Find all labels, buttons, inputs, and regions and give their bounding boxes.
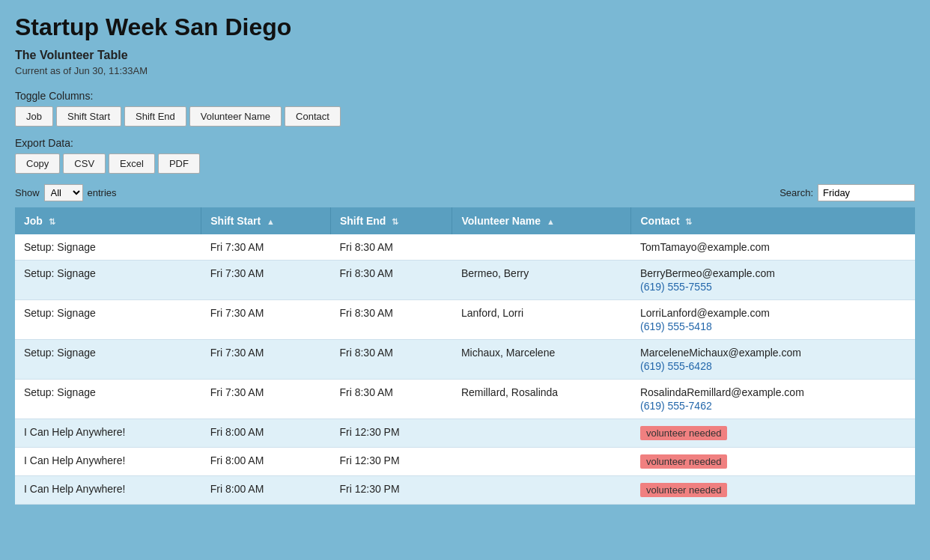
cell-shift-start: Fri 7:30 AM [201,300,331,340]
table-row: I Can Help Anywhere!Fri 8:00 AMFri 12:30… [15,476,915,505]
table-row: Setup: SignageFri 7:30 AMFri 8:30 AMLanf… [15,300,915,340]
cell-volunteer-name: Bermeo, Berry [452,261,631,300]
cell-shift-start: Fri 8:00 AM [201,476,331,505]
show-label: Show [15,187,40,198]
cell-shift-end: Fri 12:30 PM [330,419,452,448]
cell-contact: TomTamayo@example.com [631,234,915,261]
sort-contact-icon: ⇅ [685,217,692,226]
table-header-row: Job ⇅ Shift Start ▲ Shift End ⇅ Voluntee… [15,207,915,234]
table-row: Setup: SignageFri 7:30 AMFri 8:30 AMRemi… [15,380,915,419]
cell-shift-start: Fri 8:00 AM [201,419,331,448]
cell-volunteer-name: Remillard, Rosalinda [452,380,631,419]
sort-volunteer-name-icon: ▲ [547,217,555,226]
cell-job: Setup: Signage [15,300,201,340]
contact-cell: TomTamayo@example.com [640,241,906,253]
col-shift-end[interactable]: Shift End ⇅ [330,207,452,234]
cell-volunteer-name: Lanford, Lorri [452,300,631,340]
show-entries-control: Show All 10 25 50 100 entries [15,184,117,201]
search-input[interactable] [818,184,915,201]
cell-shift-end: Fri 8:30 AM [330,340,452,380]
cell-volunteer-name [452,234,631,261]
subtitle: Current as of Jun 30, 11:33AM [15,65,915,76]
pdf-button[interactable]: PDF [158,153,200,174]
contact-cell: MarceleneMichaux@example.com(619) 555-64… [640,347,906,372]
cell-shift-end: Fri 8:30 AM [330,234,452,261]
cell-shift-end: Fri 8:30 AM [330,300,452,340]
contact-cell: RosalindaRemillard@example.com(619) 555-… [640,386,906,412]
col-shift-start-label: Shift Start [210,215,261,227]
contact-phone[interactable]: (619) 555-7555 [640,281,906,293]
entries-label: entries [88,187,117,198]
col-contact[interactable]: Contact ⇅ [631,207,915,234]
toggle-shift-end-button[interactable]: Shift End [124,106,186,127]
col-job[interactable]: Job ⇅ [15,207,201,234]
col-volunteer-name[interactable]: Volunteer Name ▲ [452,207,631,234]
cell-contact: volunteer needed [631,419,915,448]
search-label: Search: [779,187,813,198]
contact-phone[interactable]: (619) 555-7462 [640,400,906,412]
contact-email: RosalindaRemillard@example.com [640,386,906,398]
table-row: Setup: SignageFri 7:30 AMFri 8:30 AMTomT… [15,234,915,261]
sort-shift-end-icon: ⇅ [392,217,398,226]
cell-job: Setup: Signage [15,234,201,261]
cell-shift-start: Fri 7:30 AM [201,261,331,300]
toggle-columns-label: Toggle Columns: [15,90,915,102]
table-title: The Volunteer Table [15,49,915,62]
contact-email: LorriLanford@example.com [640,307,906,319]
cell-contact: LorriLanford@example.com(619) 555-5418 [631,300,915,340]
page-title: Startup Week San Diego [15,13,915,41]
col-shift-end-label: Shift End [340,215,386,227]
cell-contact: BerryBermeo@example.com(619) 555-7555 [631,261,915,300]
copy-button[interactable]: Copy [15,153,60,174]
cell-contact: volunteer needed [631,448,915,476]
contact-cell: LorriLanford@example.com(619) 555-5418 [640,307,906,332]
table-row: Setup: SignageFri 7:30 AMFri 8:30 AMMich… [15,340,915,380]
cell-volunteer-name: Michaux, Marcelene [452,340,631,380]
contact-cell: BerryBermeo@example.com(619) 555-7555 [640,267,906,293]
cell-job: I Can Help Anywhere! [15,419,201,448]
col-job-label: Job [24,215,43,227]
cell-job: Setup: Signage [15,261,201,300]
contact-phone[interactable]: (619) 555-5418 [640,320,906,332]
export-buttons-group: Copy CSV Excel PDF [15,153,915,174]
col-shift-start[interactable]: Shift Start ▲ [201,207,331,234]
toggle-contact-button[interactable]: Contact [285,106,341,127]
col-volunteer-name-label: Volunteer Name [461,215,541,227]
search-control: Search: [779,184,915,201]
cell-contact: volunteer needed [631,476,915,505]
cell-shift-start: Fri 7:30 AM [201,380,331,419]
table-row: I Can Help Anywhere!Fri 8:00 AMFri 12:30… [15,419,915,448]
cell-shift-end: Fri 12:30 PM [330,476,452,505]
cell-shift-end: Fri 8:30 AM [330,380,452,419]
volunteer-table: Job ⇅ Shift Start ▲ Shift End ⇅ Voluntee… [15,207,915,505]
cell-job: Setup: Signage [15,380,201,419]
contact-email: MarceleneMichaux@example.com [640,347,906,359]
volunteer-needed-badge: volunteer needed [640,454,727,469]
col-contact-label: Contact [640,215,679,227]
cell-job: I Can Help Anywhere! [15,476,201,505]
contact-email: BerryBermeo@example.com [640,267,906,279]
volunteer-needed-badge: volunteer needed [640,426,727,440]
cell-job: I Can Help Anywhere! [15,448,201,476]
cell-shift-start: Fri 7:30 AM [201,234,331,261]
sort-job-icon: ⇅ [49,217,55,226]
toggle-shift-start-button[interactable]: Shift Start [56,106,121,127]
cell-contact: MarceleneMichaux@example.com(619) 555-64… [631,340,915,380]
entries-select[interactable]: All 10 25 50 100 [44,184,83,201]
toggle-columns-group: Job Shift Start Shift End Volunteer Name… [15,106,915,127]
csv-button[interactable]: CSV [63,153,106,174]
toggle-job-button[interactable]: Job [15,106,53,127]
cell-volunteer-name [452,448,631,476]
cell-volunteer-name [452,476,631,505]
cell-shift-end: Fri 8:30 AM [330,261,452,300]
cell-shift-end: Fri 12:30 PM [330,448,452,476]
table-row: I Can Help Anywhere!Fri 8:00 AMFri 12:30… [15,448,915,476]
cell-shift-start: Fri 8:00 AM [201,448,331,476]
table-row: Setup: SignageFri 7:30 AMFri 8:30 AMBerm… [15,261,915,300]
contact-email: TomTamayo@example.com [640,241,906,253]
excel-button[interactable]: Excel [109,153,155,174]
contact-phone[interactable]: (619) 555-6428 [640,360,906,372]
cell-volunteer-name [452,419,631,448]
toggle-volunteer-name-button[interactable]: Volunteer Name [189,106,282,127]
sort-shift-start-icon: ▲ [267,217,275,226]
